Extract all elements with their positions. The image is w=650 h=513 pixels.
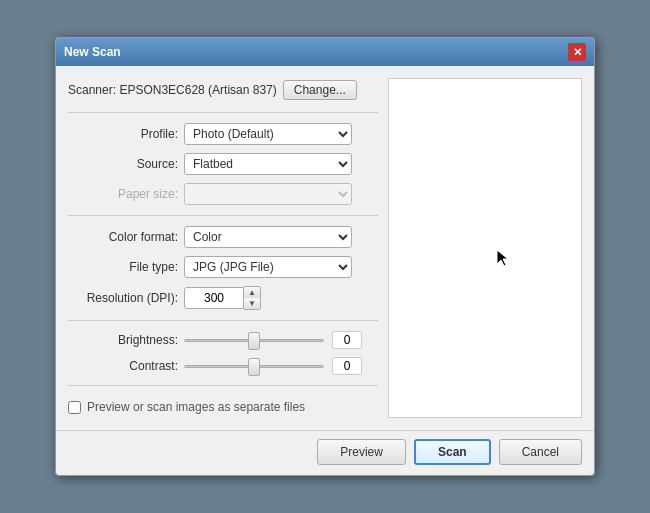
contrast-label: Contrast: xyxy=(68,359,178,373)
dialog-footer: Preview Scan Cancel xyxy=(56,430,594,475)
title-bar: New Scan ✕ xyxy=(56,38,594,66)
preview-button[interactable]: Preview xyxy=(317,439,406,465)
resolution-spin: ▲ ▼ xyxy=(244,286,261,310)
cancel-button[interactable]: Cancel xyxy=(499,439,582,465)
file-type-label: File type: xyxy=(68,260,178,274)
contrast-slider[interactable] xyxy=(184,358,324,374)
contrast-value: 0 xyxy=(332,357,362,375)
color-format-label: Color format: xyxy=(68,230,178,244)
divider-1 xyxy=(68,112,378,113)
divider-3 xyxy=(68,320,378,321)
color-format-row: Color format: Color Grayscale Black and … xyxy=(68,226,378,248)
checkbox-row: Preview or scan images as separate files xyxy=(68,400,378,414)
scan-button[interactable]: Scan xyxy=(414,439,491,465)
checkbox-label: Preview or scan images as separate files xyxy=(87,400,305,414)
separate-files-checkbox[interactable] xyxy=(68,401,81,414)
change-button[interactable]: Change... xyxy=(283,80,357,100)
dialog-title: New Scan xyxy=(64,45,121,59)
resolution-row: Resolution (DPI): ▲ ▼ xyxy=(68,286,378,310)
paper-size-select[interactable] xyxy=(184,183,352,205)
close-button[interactable]: ✕ xyxy=(568,43,586,61)
cursor-icon xyxy=(495,248,511,268)
left-panel: Scanner: EPSON3EC628 (Artisan 837) Chang… xyxy=(68,78,378,418)
scanner-value: EPSON3EC628 (Artisan 837) xyxy=(119,83,276,97)
brightness-row: Brightness: 0 xyxy=(68,331,378,349)
resolution-input[interactable] xyxy=(184,287,244,309)
color-format-select[interactable]: Color Grayscale Black and White xyxy=(184,226,352,248)
brightness-value: 0 xyxy=(332,331,362,349)
scanner-label: Scanner: xyxy=(68,83,119,97)
contrast-slider-container: 0 xyxy=(184,357,362,375)
brightness-slider-container: 0 xyxy=(184,331,362,349)
new-scan-dialog: New Scan ✕ Scanner: EPSON3EC628 (Artisan… xyxy=(55,37,595,476)
profile-label: Profile: xyxy=(68,127,178,141)
source-select[interactable]: Flatbed ADF ADF Duplex xyxy=(184,153,352,175)
resolution-up-button[interactable]: ▲ xyxy=(244,287,260,298)
resolution-down-button[interactable]: ▼ xyxy=(244,298,260,309)
source-label: Source: xyxy=(68,157,178,171)
dialog-body: Scanner: EPSON3EC628 (Artisan 837) Chang… xyxy=(56,66,594,430)
contrast-row: Contrast: 0 xyxy=(68,357,378,375)
brightness-slider[interactable] xyxy=(184,332,324,348)
profile-row: Profile: Photo (Default) Document Other xyxy=(68,123,378,145)
divider-4 xyxy=(68,385,378,386)
paper-size-row: Paper size: xyxy=(68,183,378,205)
preview-area xyxy=(388,78,582,418)
brightness-label: Brightness: xyxy=(68,333,178,347)
divider-2 xyxy=(68,215,378,216)
close-icon: ✕ xyxy=(573,46,582,59)
resolution-control: ▲ ▼ xyxy=(184,286,261,310)
source-row: Source: Flatbed ADF ADF Duplex xyxy=(68,153,378,175)
paper-size-label: Paper size: xyxy=(68,187,178,201)
file-type-select[interactable]: JPG (JPG File) BMP (BMP File) PNG (PNG F… xyxy=(184,256,352,278)
resolution-label: Resolution (DPI): xyxy=(68,291,178,305)
file-type-row: File type: JPG (JPG File) BMP (BMP File)… xyxy=(68,256,378,278)
profile-select[interactable]: Photo (Default) Document Other xyxy=(184,123,352,145)
scanner-row: Scanner: EPSON3EC628 (Artisan 837) Chang… xyxy=(68,78,378,102)
